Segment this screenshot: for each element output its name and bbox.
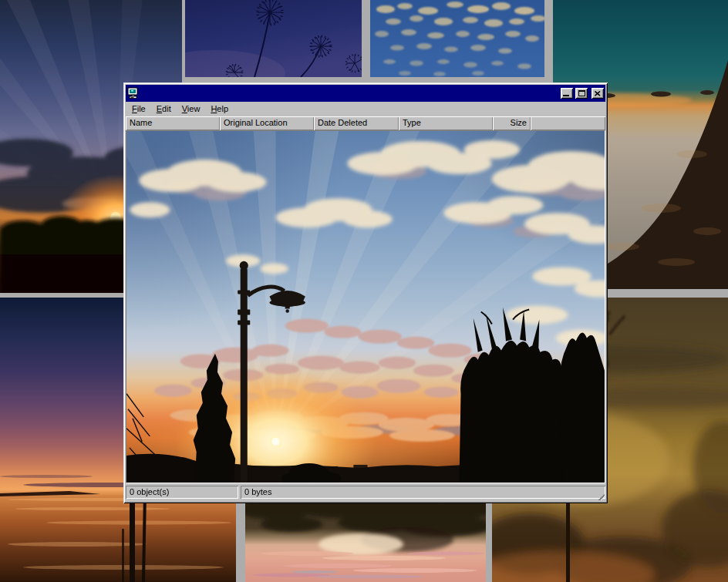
close-icon xyxy=(595,91,601,96)
status-bar: 0 object(s) 0 bytes xyxy=(126,483,605,501)
wallpaper-tile-pink-reflection xyxy=(245,500,486,582)
photo-sunset-streetlamp xyxy=(126,131,605,483)
column-header-row: Name Original Location Date Deleted Type… xyxy=(126,116,605,130)
umbel-flowers-photo xyxy=(185,0,362,77)
file-list-viewport[interactable] xyxy=(126,130,605,483)
menu-edit[interactable]: Edit xyxy=(151,103,177,116)
column-header-name[interactable]: Name xyxy=(126,116,220,130)
column-header-size[interactable]: Size xyxy=(493,116,531,130)
status-byte-count: 0 bytes xyxy=(241,486,605,499)
wallpaper-tile-umbel-flowers xyxy=(185,0,362,77)
menu-help[interactable]: Help xyxy=(205,103,234,116)
column-header-original-location[interactable]: Original Location xyxy=(220,116,314,130)
application-window-icon[interactable] xyxy=(127,87,140,99)
wallpaper-tile-blue-sky-clouds xyxy=(370,0,544,77)
minimize-icon xyxy=(563,95,569,96)
desktop: { "window": { "title": "", "menu": ["Fil… xyxy=(0,0,728,582)
status-object-count: 0 object(s) xyxy=(126,486,238,499)
maximize-icon xyxy=(578,90,585,96)
close-button[interactable] xyxy=(592,88,604,99)
blue-sky-clouds-photo xyxy=(370,0,544,77)
column-header-filler xyxy=(531,116,605,130)
pink-reflection-photo xyxy=(245,500,486,582)
menu-file[interactable]: File xyxy=(126,103,151,116)
column-header-date-deleted[interactable]: Date Deleted xyxy=(314,116,399,130)
title-bar[interactable] xyxy=(126,85,605,102)
column-header-type[interactable]: Type xyxy=(399,116,493,130)
menu-bar: File Edit View Help xyxy=(126,102,605,116)
pole-silhouette xyxy=(566,501,570,582)
menu-view[interactable]: View xyxy=(177,103,206,116)
recycle-bin-window: File Edit View Help Name Original Locati… xyxy=(123,82,608,503)
minimize-button[interactable] xyxy=(561,88,573,99)
maximize-button[interactable] xyxy=(575,88,588,99)
